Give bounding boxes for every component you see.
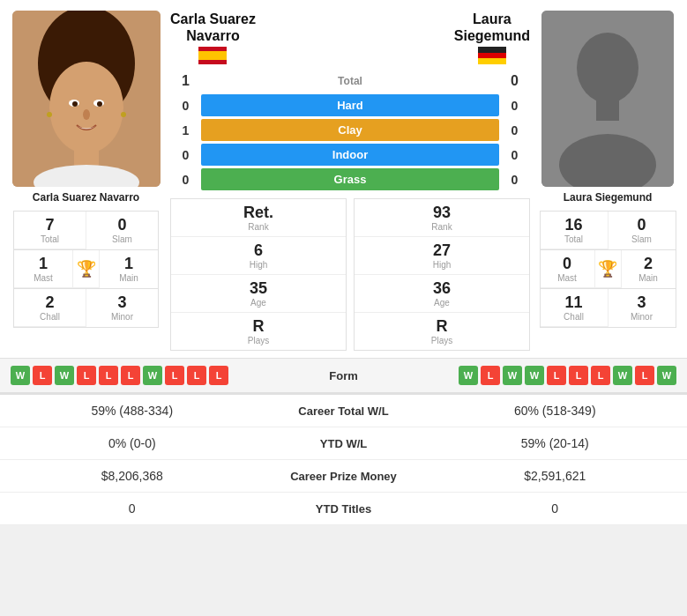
ytd-wl-right: 59% (20-14) [441,436,670,450]
right-high-row: 27 High [355,237,529,275]
surface-row-indoor[interactable]: 0 Indoor 0 [170,144,530,166]
left-player-below-photo-name: Carla Suarez Navarro [33,191,139,204]
left-form-badge-3: W [55,366,74,385]
left-form-badge-9: L [187,366,206,385]
svg-point-9 [83,109,90,120]
left-form-badge-2: L [33,366,52,385]
svg-point-11 [121,112,126,117]
left-high-row: 6 High [171,237,346,275]
form-row: W L W L L L W L L L Form W L W W L L L W… [0,358,687,393]
grass-score-right: 0 [499,173,530,187]
right-form-badge-10: W [657,366,676,385]
left-player-flag [170,47,256,68]
career-wl-right: 60% (518-349) [441,404,670,418]
ytd-wl-row: 0% (0-0) YTD W/L 59% (20-14) [0,427,687,460]
right-form-badge-3: W [503,366,522,385]
right-player-name-line1: Laura [454,11,530,27]
prize-money-row: $8,206,368 Career Prize Money $2,591,621 [0,460,687,493]
prize-money-left: $8,206,368 [18,469,247,483]
surface-row-hard[interactable]: 0 Hard 0 [170,94,530,116]
right-mast-cell: 0 Mast [541,250,595,288]
right-form-badge-8: W [613,366,632,385]
left-minor-cell: 3 Minor [86,289,158,327]
hard-score-left: 0 [170,99,201,113]
right-player-name-block: Laura Siegemund [454,11,530,68]
clay-surface-button[interactable]: Clay [201,119,499,141]
left-plays-row: R Plays [171,313,346,350]
names-row: Carla Suarez Navarro Laura Siegemund [170,11,530,68]
left-total-cell: 7 Total [14,212,86,249]
right-form-badge-6: L [569,366,588,385]
form-label: Form [300,369,388,382]
right-plays-row: R Plays [355,313,529,350]
right-trophy-icon: 🏆 [598,259,617,278]
ytd-titles-left: 0 [18,501,247,516]
left-player-mid-stats: Ret. Rank 6 High 35 Age R Plays [170,198,347,351]
left-player-name-line1: Carla Suarez [170,11,256,27]
right-form-badge-9: L [635,366,654,385]
total-score-right: 0 [499,73,530,89]
svg-rect-15 [478,47,506,53]
right-main-cell: 2 Main [622,250,676,288]
svg-rect-17 [478,58,506,64]
left-rank-row: Ret. Rank [171,199,346,237]
svg-point-10 [47,112,52,117]
left-form-badge-5: L [99,366,118,385]
grass-score-left: 0 [170,173,201,187]
total-score-row: 1 Total 0 [170,73,530,89]
prize-money-right: $2,591,621 [441,469,670,483]
indoor-score-right: 0 [499,148,530,162]
surface-row-clay[interactable]: 1 Clay 0 [170,119,530,141]
right-player-below-photo-name: Laura Siegemund [564,191,653,204]
center-column: Carla Suarez Navarro Laura Siegemund [163,11,537,351]
left-player-photo [12,11,161,187]
hard-score-right: 0 [499,99,530,113]
svg-rect-20 [596,99,619,121]
svg-point-19 [577,33,638,103]
ytd-titles-label: YTD Titles [247,502,441,516]
right-rank-row: 93 Rank [355,199,529,237]
career-wl-left: 59% (488-334) [18,404,247,418]
grass-surface-button[interactable]: Grass [201,168,499,190]
main-container: Carla Suarez Navarro 7 Total 0 Slam [0,0,687,525]
left-player-name-block: Carla Suarez Navarro [170,11,256,68]
surface-row-grass[interactable]: 0 Grass 0 [170,168,530,190]
ytd-titles-right: 0 [441,501,670,516]
hard-surface-button[interactable]: Hard [201,94,499,116]
surface-rows: 0 Hard 0 1 Clay 0 0 Indoor 0 [170,94,530,193]
left-player-stats: 7 Total 0 Slam 1 Mast 🏆 [13,211,159,328]
left-slam-cell: 0 Slam [86,212,158,249]
trophy-icon: 🏆 [77,259,96,278]
right-slam-cell: 0 Slam [609,212,676,249]
ytd-wl-left: 0% (0-0) [18,436,247,450]
left-trophy-cell: 🏆 [73,250,100,288]
right-player-mid-stats: 93 Rank 27 High 36 Age R Plays [354,198,530,351]
right-player-name-line2: Siegemund [454,27,530,44]
svg-rect-14 [198,51,227,60]
total-label: Total [201,75,499,87]
left-form-badges: W L W L L L W L L L [11,366,300,385]
left-chall-cell: 2 Chall [14,289,86,327]
indoor-surface-button[interactable]: Indoor [201,144,499,166]
right-form-badge-1: W [459,366,478,385]
indoor-score-left: 0 [170,148,201,162]
top-area: Carla Suarez Navarro 7 Total 0 Slam [0,0,687,358]
career-wl-row: 59% (488-334) Career Total W/L 60% (518-… [0,395,687,427]
right-minor-cell: 3 Minor [609,289,676,327]
right-form-badges: W L W W L L L W L W [388,366,677,385]
right-age-row: 36 Age [355,275,529,313]
right-form-badge-5: L [547,366,566,385]
right-player-flag [454,47,530,68]
svg-rect-16 [478,53,506,58]
left-form-badge-10: L [209,366,228,385]
right-trophy-cell: 🏆 [595,250,622,288]
right-form-badge-7: L [591,366,610,385]
right-form-badge-2: L [481,366,500,385]
left-form-badge-7: W [143,366,162,385]
left-form-badge-6: L [121,366,140,385]
right-player-photo [541,11,674,187]
left-form-badge-1: W [11,366,30,385]
svg-point-8 [97,101,102,107]
left-form-badge-4: L [77,366,96,385]
mid-stats-grid: Ret. Rank 6 High 35 Age R Plays [170,198,530,351]
